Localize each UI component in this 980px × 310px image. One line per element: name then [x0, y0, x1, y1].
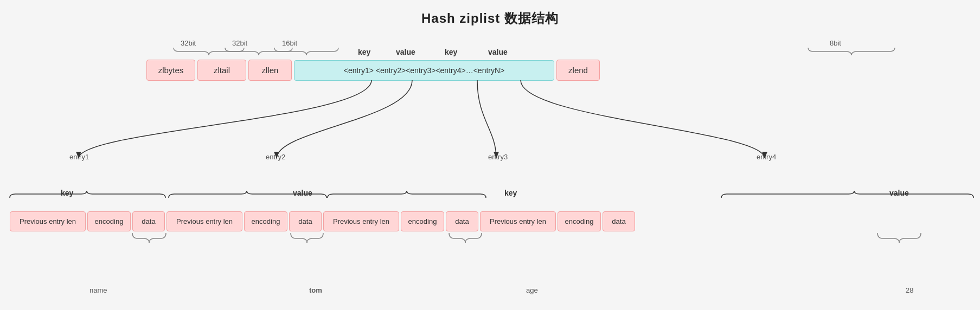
kv-bottom-key2: key — [504, 189, 517, 197]
zlend-bit-label: 8bit — [830, 39, 841, 47]
entry3-data: data — [446, 211, 478, 231]
entry4-label: entry4 — [757, 153, 776, 161]
page-title: Hash ziplist 数据结构 — [0, 0, 980, 27]
zllen-box: zllen — [248, 60, 292, 81]
kv-value1-label: value — [396, 48, 415, 56]
entry1-encoding: encoding — [87, 211, 131, 231]
bottom-row: Previous entry len encoding data Previou… — [10, 211, 635, 231]
zlend-box: zlend — [556, 60, 600, 81]
kv-key1-label: key — [358, 48, 370, 56]
entry3-prev-len: Previous entry len — [323, 211, 399, 231]
entry1-prev-len: Previous entry len — [10, 211, 86, 231]
zlbytes-box: zlbytes — [146, 60, 195, 81]
kv-bottom-value2: value — [889, 189, 909, 197]
zltail-bit-label: 32bit — [232, 39, 247, 47]
entry3-encoding: encoding — [401, 211, 444, 231]
entry4-prev-len: Previous entry len — [480, 211, 556, 231]
entry4-encoding: encoding — [558, 211, 601, 231]
zllen-bit-label: 16bit — [282, 39, 297, 47]
entry4-data: data — [603, 211, 635, 231]
kv-bottom-key1: key — [61, 189, 73, 197]
zlbytes-bit-label: 32bit — [181, 39, 196, 47]
entry1-data: data — [132, 211, 165, 231]
kv-key2-label: key — [445, 48, 457, 56]
entry3-label: entry3 — [488, 153, 508, 161]
entry1-label: entry1 — [69, 153, 89, 161]
name-label: name — [89, 286, 107, 294]
top-row: zlbytes zltail zllen <entry1> <entry2><e… — [146, 60, 600, 81]
num-label: 28 — [906, 286, 913, 294]
entry2-encoding: encoding — [244, 211, 287, 231]
entry2-label: entry2 — [266, 153, 285, 161]
kv-value2-label: value — [488, 48, 508, 56]
tom-label: tom — [309, 286, 322, 294]
diagram-container: Hash ziplist 数据结构 32bit 32bit 16bit 8bit… — [0, 0, 980, 310]
kv-bottom-value1: value — [293, 189, 312, 197]
age-label: age — [526, 286, 538, 294]
entries-box: <entry1> <entry2><entry3><entry4>…<entry… — [294, 60, 554, 81]
entry2-data: data — [289, 211, 322, 231]
entry2-prev-len: Previous entry len — [166, 211, 242, 231]
zltail-box: zltail — [197, 60, 246, 81]
